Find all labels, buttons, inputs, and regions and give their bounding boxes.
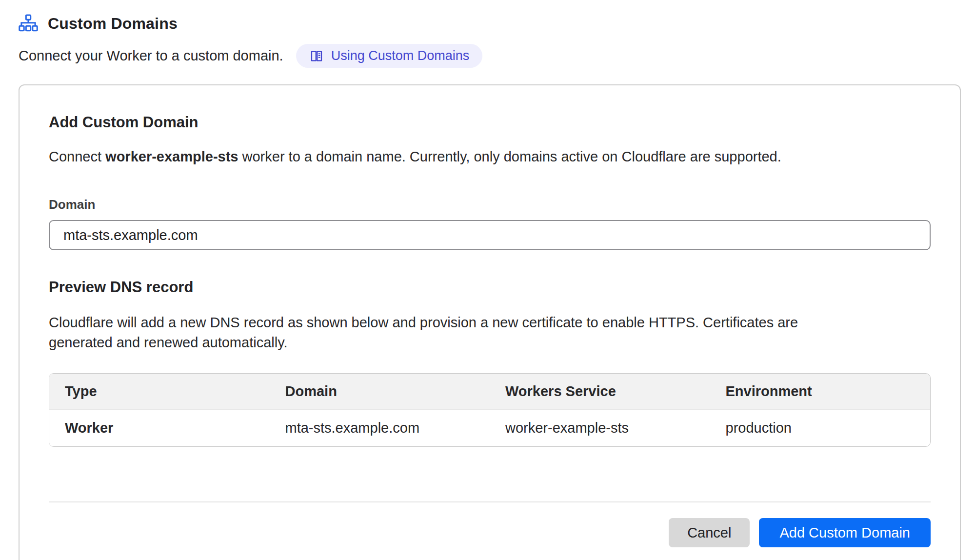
cell-workers-service: worker-example-sts bbox=[490, 410, 710, 446]
page-title: Custom Domains bbox=[48, 15, 178, 33]
add-custom-domain-card: Add Custom Domain Connect worker-example… bbox=[19, 84, 961, 560]
intro-suffix: worker to a domain name. Currently, only… bbox=[238, 149, 781, 164]
dns-preview-table: Type Domain Workers Service Environment … bbox=[49, 373, 931, 447]
cell-domain: mta-sts.example.com bbox=[270, 410, 490, 446]
docs-link-label: Using Custom Domains bbox=[331, 48, 470, 63]
subtitle-row: Connect your Worker to a custom domain. … bbox=[19, 44, 961, 68]
preview-dns-heading: Preview DNS record bbox=[49, 279, 931, 296]
open-book-icon bbox=[309, 49, 324, 63]
table-header-row: Type Domain Workers Service Environment bbox=[49, 374, 930, 410]
docs-link[interactable]: Using Custom Domains bbox=[296, 44, 483, 68]
col-header-workers-service: Workers Service bbox=[490, 374, 710, 410]
domain-input[interactable] bbox=[49, 220, 931, 250]
page-header: Custom Domains bbox=[19, 14, 961, 33]
col-header-domain: Domain bbox=[270, 374, 490, 410]
footer-divider bbox=[49, 501, 931, 502]
custom-domains-page: Custom Domains Connect your Worker to a … bbox=[0, 0, 975, 560]
card-heading: Add Custom Domain bbox=[49, 114, 931, 131]
col-header-type: Type bbox=[49, 374, 270, 410]
table-row: Worker mta-sts.example.com worker-exampl… bbox=[49, 410, 930, 446]
page-subtitle: Connect your Worker to a custom domain. bbox=[19, 48, 283, 64]
footer-actions: Cancel Add Custom Domain bbox=[49, 518, 931, 547]
domain-field-label: Domain bbox=[49, 197, 931, 212]
worker-name: worker-example-sts bbox=[105, 149, 238, 164]
cell-environment: production bbox=[710, 410, 931, 446]
add-custom-domain-button[interactable]: Add Custom Domain bbox=[759, 518, 931, 547]
preview-dns-description: Cloudflare will add a new DNS record as … bbox=[49, 313, 802, 353]
card-intro: Connect worker-example-sts worker to a d… bbox=[49, 149, 931, 165]
cancel-button[interactable]: Cancel bbox=[669, 518, 750, 547]
intro-prefix: Connect bbox=[49, 149, 105, 164]
col-header-environment: Environment bbox=[710, 374, 931, 410]
sitemap-icon bbox=[19, 14, 38, 33]
cell-type: Worker bbox=[49, 410, 270, 446]
